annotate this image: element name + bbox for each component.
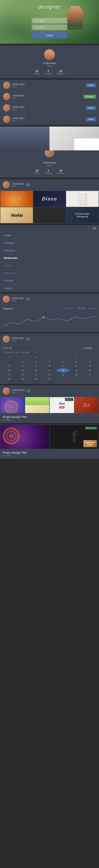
cal-day-30[interactable]: 29 xyxy=(16,377,29,381)
nice-logo: Nice xyxy=(59,402,65,405)
bottom-cell-purple[interactable] xyxy=(0,425,49,449)
cal-day-14[interactable]: 13 xyxy=(83,364,96,368)
cal-next-button[interactable]: › xyxy=(92,346,96,350)
cal-day-18[interactable]: 17 xyxy=(43,368,56,372)
cal-day-11[interactable]: 10 xyxy=(43,364,56,368)
disco-label: Disco xyxy=(33,191,66,207)
cal-day-3[interactable]: 2 xyxy=(30,360,43,364)
cal-day-27[interactable]: 26 xyxy=(70,373,83,377)
profile-avatar xyxy=(44,49,55,60)
calendar-section: Linda Gaun Artist To do list ‹ october ›… xyxy=(0,334,99,384)
cal-day-9[interactable]: 8 xyxy=(16,364,29,368)
cal-day-29[interactable]: 28 xyxy=(3,377,16,381)
calendar-hamburger-line-2 xyxy=(26,339,30,339)
cal-day-13[interactable]: 12 xyxy=(70,364,83,368)
image-grid-header: Linda Quinn Artist xyxy=(0,385,99,397)
portfolio-cell-disco[interactable]: Disco xyxy=(33,191,66,207)
ig-hamburger-line-3 xyxy=(27,392,30,392)
spiral-icon xyxy=(3,399,19,413)
login-form: Login xyxy=(32,18,67,38)
follow-button-4[interactable]: follow xyxy=(86,117,96,121)
cal-day-19[interactable]: 18 xyxy=(56,368,69,372)
cal-day-2[interactable]: 1 xyxy=(16,360,29,364)
stats-hamburger-line-1 xyxy=(26,298,30,299)
day-label-f: F xyxy=(56,356,69,359)
frosk-label: FröskshageGöteborg xyxy=(66,207,99,223)
username-input[interactable] xyxy=(32,18,67,24)
image-grid-hamburger-icon[interactable] xyxy=(27,390,30,392)
image-cell-red[interactable]: Ba xyxy=(75,397,99,413)
cover-stat-followers: 20 Followers xyxy=(56,169,65,175)
nav-hamburger-icon[interactable] xyxy=(93,227,96,229)
cal-day-16[interactable]: 15 xyxy=(16,368,29,372)
calendar-grid: M T W T F S S 12345678910111213141516171… xyxy=(0,355,99,384)
follow-avatar-2 xyxy=(3,93,10,100)
cal-day-20[interactable]: 19 xyxy=(70,368,83,372)
stats-hamburger-icon[interactable] xyxy=(26,298,30,300)
image-cell-green[interactable] xyxy=(25,397,50,413)
cal-day-32[interactable]: 31 xyxy=(43,377,56,381)
stats-tab-followers[interactable]: Followers xyxy=(64,307,74,310)
portfolio-cell-dark[interactable] xyxy=(33,207,66,223)
calendar-hamburger-icon[interactable] xyxy=(26,338,30,340)
image-grid-avatar xyxy=(3,388,10,395)
red-label: Ba xyxy=(83,402,90,408)
cal-prev-button[interactable]: ‹ xyxy=(80,346,84,350)
bottom-cell-dark[interactable]: f FabulousFinds connection xyxy=(50,425,99,449)
portfolio-cell-markia[interactable]: Markia xyxy=(0,207,33,223)
cal-day-23[interactable]: 22 xyxy=(16,373,29,377)
stats-tab-following[interactable]: following xyxy=(77,307,86,310)
nav-hamburger-line-1 xyxy=(93,227,96,227)
following-button-2[interactable]: following xyxy=(83,95,96,98)
nav-item-bookmarks[interactable]: Bookmarks xyxy=(0,254,99,262)
hamburger-menu-icon[interactable] xyxy=(26,184,30,186)
cal-day-26[interactable]: 25 xyxy=(56,373,69,377)
cal-day-31[interactable]: 30 xyxy=(30,377,43,381)
chart-highlight-dot xyxy=(43,316,44,318)
cal-day-10[interactable]: 9 xyxy=(30,364,43,368)
nav-item-inspire[interactable]: Inspire xyxy=(0,262,99,270)
cover-profile-role: Artist xyxy=(47,164,52,167)
cal-day-12[interactable]: 11 xyxy=(56,364,69,368)
nav-item-logout[interactable]: Logout xyxy=(0,284,99,292)
follow-item-1: Linda Gaun Artist follow xyxy=(0,80,99,91)
login-button[interactable]: Login xyxy=(32,32,67,38)
cal-day-21[interactable]: 20 xyxy=(83,368,96,372)
portfolio-cell-book[interactable] xyxy=(66,191,99,207)
image-grid-container: Nice PICK The se... Ba xyxy=(0,397,99,413)
password-input[interactable] xyxy=(32,25,67,30)
nav-item-following[interactable]: Following xyxy=(0,247,99,254)
cal-day-4[interactable]: 3 xyxy=(43,360,56,364)
portfolio-cell-orange[interactable]: ORANGE xyxy=(0,191,33,207)
nav-item-inspiration[interactable]: Inspiration xyxy=(0,270,99,277)
image-cell-purple[interactable] xyxy=(0,397,25,413)
cal-day-5[interactable]: 4 xyxy=(56,360,69,364)
follow-button-1[interactable]: follow xyxy=(86,84,96,87)
stat-followers: 20 Followers xyxy=(56,69,65,75)
cal-day-28[interactable]: 27 xyxy=(83,373,96,377)
login-person-illustration xyxy=(67,6,87,34)
nav-item-account[interactable]: Account xyxy=(0,277,99,284)
follow-button-3[interactable]: follow xyxy=(86,106,96,110)
cal-day-8[interactable]: 7 xyxy=(3,364,16,368)
nav-item-followers[interactable]: Followers xyxy=(0,239,99,247)
large-spiral-icon xyxy=(2,427,20,445)
cal-day-15[interactable]: 14 xyxy=(3,368,16,372)
portfolio-cell-frosk[interactable]: FröskshageGöteborg xyxy=(66,207,99,223)
cal-day-17[interactable]: 16 xyxy=(30,368,43,372)
image-grid-header-info: Linda Quinn Artist xyxy=(12,389,25,394)
cal-day-6[interactable]: 5 xyxy=(70,360,83,364)
cal-day-7[interactable]: 6 xyxy=(83,360,96,364)
cal-day-25[interactable]: 24 xyxy=(43,373,56,377)
orange-label: ORANGE xyxy=(0,191,33,207)
cover-stat-colors: 20 Colors xyxy=(34,169,40,175)
stats-tab-uploads[interactable]: uploads xyxy=(89,307,96,310)
image-cell-nice[interactable]: Nice PICK The se... xyxy=(50,397,74,413)
fabulous-finds-badge: FabulousFinds xyxy=(83,440,97,447)
nav-item-profile[interactable]: Profile xyxy=(0,231,99,239)
stats-header-info: Linda Gaun Artist xyxy=(12,297,24,302)
chart-grid-1 xyxy=(3,316,96,316)
cal-day-22[interactable]: 21 xyxy=(3,373,16,377)
cal-day-24[interactable]: 23 xyxy=(30,373,43,377)
ig-hamburger-line-2 xyxy=(27,391,30,391)
